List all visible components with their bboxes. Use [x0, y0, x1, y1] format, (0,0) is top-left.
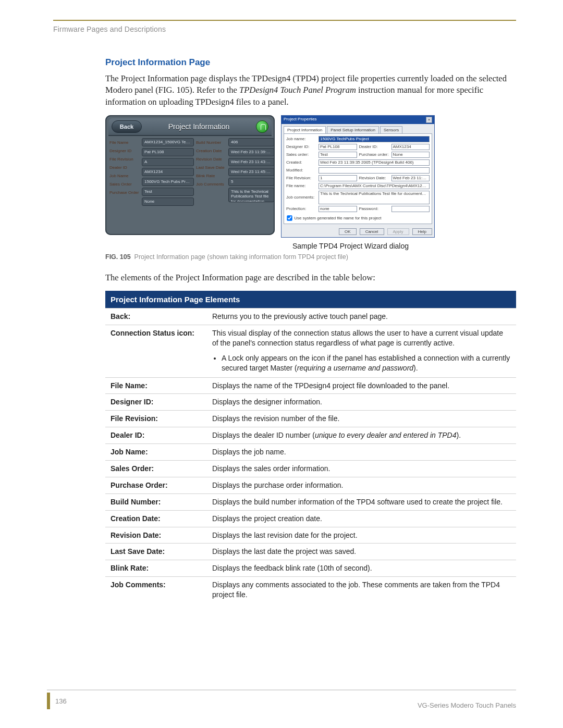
figure-number: FIG. 105	[105, 253, 131, 261]
field-file-name: AMX1234_1500VG Tech Pubs Project	[142, 138, 194, 146]
dialog-body: Job name: 1500VG TechPubs Project Design…	[284, 133, 432, 224]
footer-rule	[47, 689, 516, 690]
field-job-name: 1500VG Tech Pubs Project	[142, 178, 194, 186]
table-row: Connection Status icon:This visual displ…	[105, 325, 516, 351]
top-rule	[53, 20, 516, 21]
table-key: Last Save Date:	[105, 544, 207, 560]
label-dealer-id: Dealer ID	[109, 163, 140, 170]
dinput-dealer-id[interactable]: AMX1234	[391, 144, 430, 150]
table-key: Revision Date:	[105, 527, 207, 544]
dlabel-dealer-id: Dealer ID:	[359, 144, 389, 149]
dinput-file-name: C:\Program Files\AMX Control Disc\TPDesi…	[319, 183, 430, 189]
field-dealer-id: AMX1234	[142, 168, 194, 176]
page-number: 136	[55, 697, 67, 705]
table-key: Back:	[105, 309, 207, 325]
table-value: Displays the name of the TPDesign4 proje…	[207, 377, 516, 394]
dinput-job-comments[interactable]: This is the Technical Publications Test …	[319, 191, 430, 204]
panel-topbar: Back Project Information	[108, 118, 272, 136]
label-job-comments: Job Comments	[196, 180, 226, 187]
table-row: Creation Date:Displays the project creat…	[105, 510, 516, 527]
table-key	[105, 351, 207, 377]
table-row: Build Number:Displays the build number i…	[105, 493, 516, 510]
use-system-filename-label: Use system generated file name for this …	[294, 215, 381, 220]
dinput-job-name[interactable]: 1500VG TechPubs Project	[319, 136, 430, 142]
label-last-save-date: Last Save Date	[196, 163, 226, 170]
running-header: Firmware Pages and Descriptions	[53, 25, 516, 33]
field-revision-date: Wed Feb 23 11:43:37 2005	[228, 158, 274, 166]
panel-values-left: AMX1234_1500VG Tech Pubs Project Pat PL1…	[142, 138, 194, 206]
dinput-modified	[319, 167, 430, 174]
table-row: Designer ID:Displays the designer inform…	[105, 394, 516, 411]
footer-doc-title: VG-Series Modero Touch Panels	[418, 701, 516, 709]
dlabel-created: Created:	[286, 160, 316, 165]
table-key: File Name:	[105, 377, 207, 394]
table-row: Job Name:Displays the job name.	[105, 444, 516, 461]
tab-panel-setup[interactable]: Panel Setup Information	[327, 126, 379, 133]
table-key: Job Name:	[105, 444, 207, 461]
dlabel-job-comments: Job comments:	[286, 195, 316, 200]
table-row: Blink Rate:Displays the feedback blink r…	[105, 560, 516, 577]
field-file-revision: A	[142, 158, 194, 166]
back-button[interactable]: Back	[112, 120, 142, 133]
tab-project-information[interactable]: Project Information	[284, 126, 326, 133]
footer-accent-bar	[47, 693, 50, 709]
table-value: This visual display of the connection st…	[207, 325, 516, 351]
dialog-titlebar: Project Properties ×	[282, 116, 434, 124]
panel-title: Project Information	[145, 122, 253, 131]
table-value: Displays the project creation date.	[207, 510, 516, 527]
dlabel-purchase-order: Purchase order:	[359, 152, 389, 157]
table-value: Displays the revision number of the file…	[207, 411, 516, 427]
table-key: Sales Order:	[105, 460, 207, 477]
table-row: Sales Order:Displays the sales order inf…	[105, 460, 516, 477]
dinput-designer-id[interactable]: Pat PL108	[319, 144, 357, 150]
dinput-protection[interactable]: none	[319, 206, 357, 212]
use-system-filename-checkbox[interactable]	[287, 215, 292, 220]
table-row: Job Comments:Displays any comments assoc…	[105, 577, 516, 603]
table-key: Connection Status icon:	[105, 325, 207, 351]
dinput-file-revision[interactable]: 1	[319, 175, 357, 181]
cancel-button[interactable]: Cancel	[360, 228, 384, 235]
label-sales-order: Sales Order	[109, 180, 140, 187]
table-row: A Lock only appears on the icon if the p…	[105, 351, 516, 377]
label-build-number: Build Number	[196, 138, 226, 145]
apply-button[interactable]: Apply	[387, 228, 409, 235]
table-value: Displays the last revision date for the …	[207, 527, 516, 544]
document-page: Firmware Pages and Descriptions Project …	[0, 0, 563, 728]
label-file-revision: File Revision	[109, 155, 140, 162]
table-row: Revision Date:Displays the last revision…	[105, 527, 516, 544]
help-button[interactable]: Help	[412, 228, 432, 235]
field-sales-order: Test	[142, 188, 194, 196]
table-key: Dealer ID:	[105, 427, 207, 444]
figure-row: Back Project Information File Name Desig…	[105, 115, 516, 250]
table-intro: The elements of the Project Information …	[105, 272, 516, 283]
intro-paragraph: The Project Information page displays th…	[105, 73, 516, 108]
dinput-purchase-order[interactable]: None	[391, 152, 430, 158]
dlabel-password: Password:	[359, 206, 389, 211]
panel-labels-left: File Name Designer ID File Revision Deal…	[109, 138, 140, 206]
figure-caption: FIG. 105 Project Information page (shown…	[105, 253, 516, 261]
table-key: Designer ID:	[105, 394, 207, 411]
table-value: Displays the job name.	[207, 444, 516, 461]
table-row: Dealer ID:Displays the dealer ID number …	[105, 427, 516, 444]
dialog-footer: OK Cancel Apply Help	[282, 226, 434, 237]
panel-labels-right: Build Number Creation Date Revision Date…	[196, 138, 226, 206]
table-value: Displays the purchase order information.	[207, 477, 516, 493]
dialog-tabs: Project Information Panel Setup Informat…	[282, 124, 434, 133]
dialog-checkbox-row: Use system generated file name for this …	[286, 214, 430, 221]
label-blink-rate: Blink Rate	[196, 171, 226, 178]
ok-button[interactable]: OK	[339, 228, 357, 235]
close-icon[interactable]: ×	[426, 117, 432, 123]
label-revision-date: Revision Date	[196, 155, 226, 162]
table-value: Displays the designer information.	[207, 394, 516, 411]
tab-sensors[interactable]: Sensors	[380, 126, 402, 133]
panel-values-right: 406 Wed Feb 23 11:39:35 2005 Wed Feb 23 …	[228, 138, 274, 206]
label-job-name: Job Name	[109, 171, 140, 178]
field-purchase-order: None	[142, 198, 194, 206]
table-heading: Project Information Page Elements	[105, 291, 516, 309]
label-file-name: File Name	[109, 138, 140, 145]
dinput-sales-order[interactable]: Test	[319, 152, 357, 158]
table-value: Displays the dealer ID number (unique to…	[207, 427, 516, 444]
field-last-save-date: Wed Feb 23 11:45:52 2005	[228, 168, 274, 176]
dinput-password[interactable]	[391, 206, 430, 212]
table-key: File Revision:	[105, 411, 207, 427]
